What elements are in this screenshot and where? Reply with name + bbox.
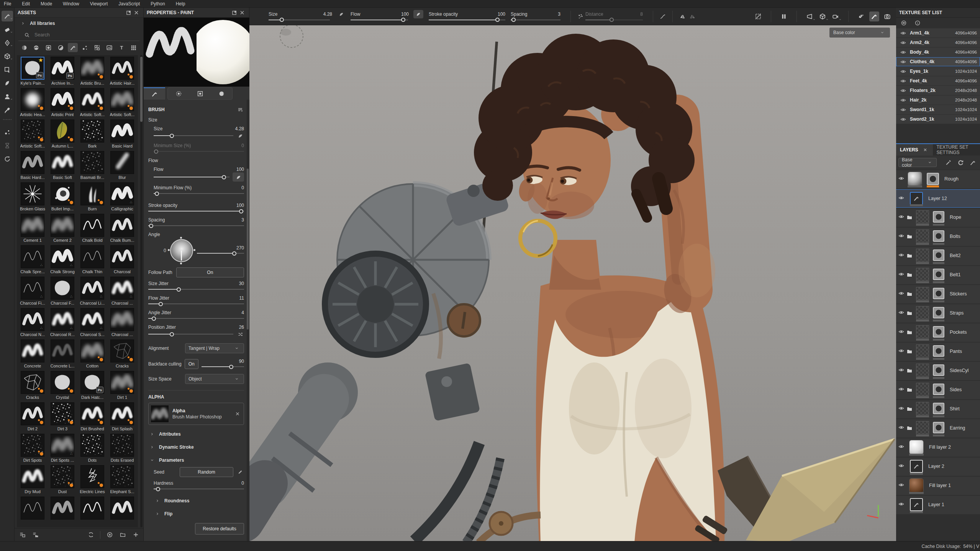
group-thumbnail[interactable]	[916, 364, 929, 377]
brush-asset[interactable]: Basmati Br...	[78, 151, 107, 182]
selection-off-icon[interactable]	[753, 11, 763, 21]
filter-particles-icon[interactable]	[80, 43, 90, 52]
paint-mode-icon[interactable]	[869, 11, 879, 21]
brush-asset[interactable]: Charcoal ...	[108, 308, 136, 339]
layer-row[interactable]: Sides	[896, 381, 980, 399]
brush-asset[interactable]: ∴ Chalk Strong	[48, 245, 77, 277]
brush-asset[interactable]: Concrete	[18, 339, 47, 371]
mask-thumbnail[interactable]	[933, 211, 944, 223]
mask-thumbnail[interactable]	[933, 364, 944, 376]
follow-path-toggle[interactable]: On	[176, 267, 244, 277]
angle-dial[interactable]	[170, 239, 193, 262]
eye-icon[interactable]	[898, 348, 904, 355]
folder-icon[interactable]	[906, 291, 913, 298]
group-thumbnail[interactable]	[916, 383, 929, 396]
layer-row[interactable]: Belt1	[896, 266, 980, 284]
solo-3d-view-icon[interactable]	[818, 11, 828, 21]
undock-icon[interactable]	[125, 9, 133, 16]
filter-alphas-icon[interactable]	[44, 43, 54, 52]
pause-icon[interactable]	[779, 11, 789, 21]
eye-icon[interactable]	[898, 233, 904, 240]
add-paint-layer-icon[interactable]	[969, 159, 977, 166]
layer-row[interactable]: Rope	[896, 208, 980, 227]
layer-row[interactable]: Layer 1	[896, 496, 980, 514]
menu-mode[interactable]: Mode	[41, 1, 52, 7]
eye-icon[interactable]	[898, 386, 904, 393]
scatter-icon[interactable]	[575, 11, 585, 21]
eye-icon[interactable]	[898, 175, 904, 182]
brush-asset[interactable]: ∴ Charcoal S...	[78, 308, 107, 339]
brush-asset[interactable]: ★Ps Kyle's Pain...	[18, 57, 47, 88]
layer-row[interactable]: Layer 2	[896, 458, 980, 476]
tab-alpha[interactable]	[168, 87, 189, 100]
texture-set-row[interactable]: Clothes_4k 4096x4096	[896, 57, 980, 66]
brush-asset[interactable]: Artistic Soft...	[78, 88, 107, 120]
toolbar-size-control[interactable]: Size 4.28	[269, 11, 345, 22]
brush-asset[interactable]: Cement 1	[18, 214, 47, 245]
tab-layers[interactable]: LAYERS	[896, 144, 933, 156]
search-input[interactable]	[34, 32, 120, 38]
polygon-fill-tool[interactable]	[2, 51, 13, 62]
material-picker-tool[interactable]	[2, 105, 13, 115]
texture-set-row[interactable]: Hair_2k 2048x2048	[896, 95, 980, 105]
folder-icon[interactable]	[906, 348, 913, 356]
flow-slider-row[interactable]: Flow 100	[154, 166, 244, 182]
assets-breadcrumb[interactable]: All libraries	[15, 18, 143, 29]
bake-tool[interactable]	[2, 140, 13, 151]
brush-asset[interactable]: Dots	[78, 434, 107, 465]
cancel-sync-icon[interactable]	[106, 531, 113, 539]
eye-icon[interactable]	[898, 195, 904, 202]
brush-asset[interactable]: Chalk Thin	[78, 245, 107, 277]
brush-asset[interactable]: Dust	[48, 465, 77, 497]
mask-thumbnail[interactable]	[927, 173, 939, 185]
toolbar-flow-control[interactable]: Flow 100	[351, 11, 423, 22]
screenshot-icon[interactable]	[882, 11, 892, 21]
smudge-tool[interactable]	[2, 78, 13, 89]
filter-patterns-icon[interactable]	[92, 43, 102, 52]
eye-icon[interactable]	[898, 290, 904, 297]
eye-icon[interactable]	[898, 405, 904, 412]
backface-toggle[interactable]: On	[185, 359, 198, 369]
search-bar[interactable]	[18, 29, 139, 41]
edit-pencil-icon[interactable]	[236, 468, 244, 476]
brush-asset[interactable]: Ps Archive In...	[48, 57, 77, 88]
layer-row[interactable]: Rough	[896, 170, 980, 189]
brush-asset[interactable]: Charcoal	[108, 245, 136, 277]
texture-set-row[interactable]: Eyes_1k 1024x1024	[896, 67, 980, 76]
eye-icon[interactable]	[899, 39, 907, 46]
add-smart-material-icon[interactable]	[957, 159, 964, 166]
properties-scrollbar[interactable]	[247, 100, 249, 541]
texture-set-row[interactable]: Floaters_2k 2048x2048	[896, 86, 980, 95]
brush-asset[interactable]	[108, 497, 136, 527]
parameters-collapse[interactable]: Parameters	[148, 456, 244, 464]
smart-select-tool[interactable]	[2, 64, 13, 75]
folder-icon[interactable]	[906, 329, 913, 336]
uv-tile-icon[interactable]: 1	[914, 19, 921, 27]
folder-icon[interactable]	[906, 233, 913, 241]
radial-symmetry-icon[interactable]	[687, 11, 697, 21]
layer-row[interactable]: Stickers	[896, 285, 980, 303]
brush-asset[interactable]	[78, 497, 107, 527]
brush-asset[interactable]: Burn	[78, 182, 107, 214]
group-thumbnail[interactable]	[916, 325, 929, 338]
import-resources-icon[interactable]	[18, 531, 26, 539]
brush-asset[interactable]: Artistic Bru...	[78, 57, 107, 88]
brush-asset[interactable]: Blur	[108, 151, 136, 182]
close-icon[interactable]	[238, 9, 246, 16]
eye-icon[interactable]	[898, 482, 904, 489]
symmetry-icon[interactable]	[677, 11, 687, 21]
layer-row[interactable]: SidesCyl	[896, 362, 980, 380]
layer-row[interactable]: Layer 12	[896, 189, 980, 208]
eye-icon[interactable]	[899, 58, 907, 66]
paint-thumbnail[interactable]	[910, 192, 923, 205]
seed-random-button[interactable]: Random	[180, 467, 233, 477]
mask-thumbnail[interactable]	[933, 269, 944, 280]
pen-pressure-toggle[interactable]	[233, 172, 244, 182]
brush-asset[interactable]: Artistic Soft...	[108, 88, 136, 120]
brush-asset[interactable]: Bullet Imp...	[48, 182, 77, 214]
brush-asset[interactable]: Crystal	[48, 371, 77, 402]
texture-set-row[interactable]: Sword2_1k 1024x1024	[896, 115, 980, 124]
layer-row[interactable]: Fill layer 2	[896, 438, 980, 457]
group-thumbnail[interactable]	[916, 287, 929, 300]
mask-thumbnail[interactable]	[933, 307, 944, 318]
